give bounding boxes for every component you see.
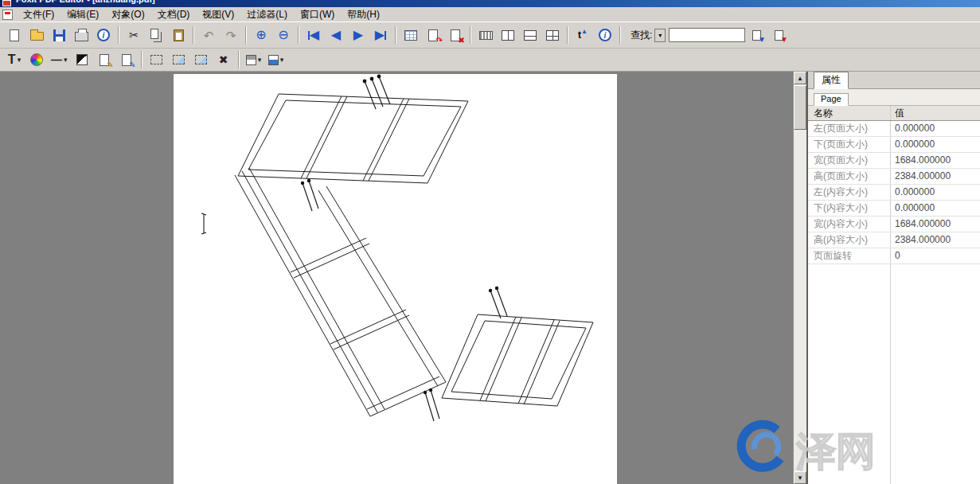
property-value[interactable]: 0.000000 <box>891 201 980 216</box>
last-page-bar-icon <box>385 31 386 40</box>
scroll-thumb[interactable] <box>794 85 806 130</box>
property-value[interactable]: 0.000000 <box>891 121 980 136</box>
edit-object-button[interactable]: ✎ <box>94 50 115 70</box>
scroll-down-button[interactable]: ▼ <box>794 471 806 484</box>
property-value[interactable]: 0 <box>891 248 980 263</box>
page-grid-icon <box>404 30 417 41</box>
printer-icon <box>75 32 88 41</box>
grid-view-button[interactable] <box>475 25 496 45</box>
tools-button[interactable]: ✖ <box>213 50 234 70</box>
cut-button[interactable]: ✂ <box>123 25 144 45</box>
find-next-button[interactable]: ▼ <box>746 25 767 45</box>
delete-page-button[interactable]: ✖ <box>445 25 466 45</box>
menu-item-document[interactable]: 文档(D) <box>151 6 197 23</box>
edit-form-button[interactable]: ✎ <box>116 50 137 70</box>
property-name: 左(内容大小) <box>808 185 891 200</box>
document-canvas[interactable] <box>0 72 793 484</box>
find-all-button[interactable]: ▼ <box>768 25 789 45</box>
property-row-page-bottom[interactable]: 下(页面大小) 0.000000 <box>808 137 980 153</box>
split-quad-button[interactable] <box>542 25 563 45</box>
color-wheel-button[interactable] <box>26 50 47 70</box>
cut-icon: ✂ <box>129 29 139 41</box>
redo-button[interactable]: ↷ <box>221 25 241 45</box>
paste-icon <box>174 29 184 41</box>
find-input[interactable] <box>669 28 745 42</box>
property-row-content-height[interactable]: 高(内容大小) 2384.000000 <box>808 232 980 248</box>
menu-item-filter[interactable]: 过滤器(L) <box>240 6 294 23</box>
stroke-color-button[interactable]: ▾ <box>244 50 264 70</box>
menu-item-object[interactable]: 对象(O) <box>105 6 150 23</box>
stroke-color-icon <box>246 55 256 65</box>
undo-button[interactable]: ↶ <box>198 25 219 45</box>
toolbar-tools: T▾ —▾ ✎ ✎ ✖ ▾ ▾ <box>0 49 980 72</box>
chevron-down-icon: ▾ <box>280 57 284 64</box>
property-row-content-left[interactable]: 左(内容大小) 0.000000 <box>808 185 980 201</box>
property-row-content-bottom[interactable]: 下(内容大小) 0.000000 <box>808 201 980 217</box>
paste-button[interactable] <box>168 25 189 45</box>
menu-item-help[interactable]: 帮助(H) <box>341 6 386 23</box>
print-button[interactable] <box>71 25 92 45</box>
menu-item-window[interactable]: 窗口(W) <box>294 6 341 23</box>
fill-style-button[interactable] <box>72 50 92 70</box>
tab-properties[interactable]: 属性 <box>814 72 849 89</box>
open-file-button[interactable] <box>26 25 47 45</box>
grid-view-icon <box>479 31 493 40</box>
snapshot-button[interactable] <box>191 50 212 70</box>
previous-page-button[interactable]: ◀ <box>326 25 346 45</box>
select-object-button[interactable] <box>146 50 167 70</box>
copy-button[interactable] <box>146 25 166 45</box>
property-name: 高(页面大小) <box>808 169 891 184</box>
page-list-button[interactable] <box>400 25 421 45</box>
save-disk-icon <box>53 29 65 41</box>
text-extract-button[interactable]: t▲ <box>572 25 593 45</box>
tools-cross-icon: ✖ <box>219 54 228 65</box>
document-info-button[interactable]: i <box>93 25 114 45</box>
property-row-content-width[interactable]: 宽(内容大小) 1684.000000 <box>808 217 980 232</box>
text-tool-button[interactable]: T▾ <box>4 50 25 70</box>
split-vertical-button[interactable] <box>498 25 518 45</box>
chevron-down-icon: ▾ <box>658 32 662 39</box>
find-options-dropdown[interactable]: ▾ <box>654 29 666 42</box>
new-document-button[interactable] <box>4 25 25 45</box>
toolbar-separator <box>298 26 299 44</box>
property-value[interactable]: 1684.000000 <box>891 217 980 232</box>
zoom-in-button[interactable]: ⊕ <box>251 25 271 45</box>
toolbar-separator <box>619 26 621 44</box>
split-horizontal-button[interactable] <box>520 25 541 45</box>
menu-item-file[interactable]: 文件(F) <box>17 6 61 23</box>
color-wheel-icon <box>30 53 43 66</box>
open-folder-icon <box>30 32 44 41</box>
next-page-button[interactable]: ▶ <box>348 25 369 45</box>
scroll-up-button[interactable]: ▲ <box>794 72 806 84</box>
transform-button[interactable] <box>169 50 189 70</box>
property-value[interactable]: 0.000000 <box>891 185 980 200</box>
property-row-page-rotation[interactable]: 页面旋转 0 <box>808 248 980 264</box>
property-value[interactable]: 2384.000000 <box>891 169 980 184</box>
vertical-scrollbar[interactable]: ▲ ▼ <box>793 72 806 484</box>
property-value[interactable]: 2384.000000 <box>891 232 980 248</box>
zoom-out-button[interactable]: ⊖ <box>273 25 294 45</box>
property-name: 下(页面大小) <box>808 137 891 152</box>
save-button[interactable] <box>49 25 69 45</box>
pdf-page[interactable] <box>174 74 617 484</box>
last-page-button[interactable]: ▶ <box>370 25 391 45</box>
menu-item-view[interactable]: 视图(V) <box>196 6 240 23</box>
property-value[interactable]: 0.000000 <box>891 137 980 152</box>
split-horizontal-icon <box>524 30 537 41</box>
property-row-page-width[interactable]: 宽(页面大小) 1684.000000 <box>808 153 980 169</box>
first-page-button[interactable]: ◀ <box>303 25 324 45</box>
chevron-down-icon: ▾ <box>18 57 21 64</box>
menu-item-edit[interactable]: 编辑(E) <box>61 6 105 23</box>
split-vertical-icon <box>502 30 514 41</box>
property-row-page-left[interactable]: 左(页面大小) 0.000000 <box>808 121 980 137</box>
scroll-track[interactable] <box>794 131 806 471</box>
fill-color-button[interactable]: ▾ <box>266 50 287 70</box>
line-tool-button[interactable]: —▾ <box>49 50 70 70</box>
tab-page[interactable]: Page <box>814 93 849 106</box>
first-page-icon: ◀ <box>310 29 319 41</box>
property-value[interactable]: 1684.000000 <box>891 153 980 168</box>
insert-page-button[interactable]: ↷ <box>423 25 443 45</box>
help-about-button[interactable]: i <box>595 25 615 45</box>
chevron-down-icon: ▾ <box>258 57 262 64</box>
property-row-page-height[interactable]: 高(页面大小) 2384.000000 <box>808 169 980 185</box>
